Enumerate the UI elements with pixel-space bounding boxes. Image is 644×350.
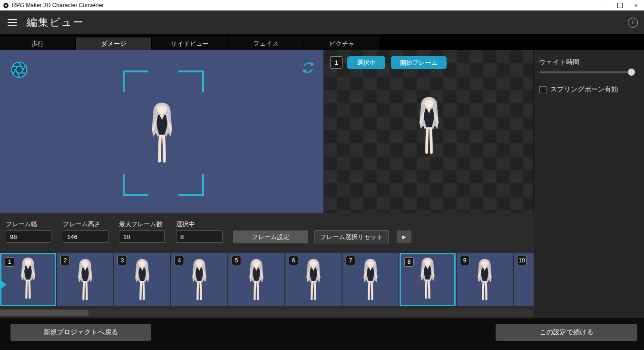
frame-strip-scrollbar[interactable] xyxy=(0,310,534,316)
wait-time-label: ウェイト時間 xyxy=(539,58,579,67)
crop-bracket-top-left xyxy=(123,70,148,92)
selected-label: 選択中 xyxy=(176,220,195,229)
header: 編集ビュー i xyxy=(0,10,644,34)
frame-thumbnail-2[interactable]: 2 xyxy=(57,253,113,306)
settings-sidebar: ウェイト時間 スプリングボーン有効 xyxy=(534,50,644,318)
crop-bracket-bottom-right xyxy=(178,174,204,196)
frame-number-badge: 9 xyxy=(460,256,469,265)
frame-thumbnail-7[interactable]: 7 xyxy=(342,253,399,306)
page-title: 編集ビュー xyxy=(27,15,84,30)
frame-thumbnail-9[interactable]: 9 xyxy=(457,253,513,306)
tab-walk[interactable]: 歩行 xyxy=(0,37,75,50)
spring-bone-label: スプリングボーン有効 xyxy=(550,85,618,94)
spring-bone-row: スプリングボーン有効 xyxy=(539,85,618,94)
window-title: RPG Maker 3D Character Converter xyxy=(12,2,104,9)
frame-thumbnail-1[interactable]: 1 xyxy=(0,253,56,306)
character-sprite xyxy=(410,96,448,160)
app-icon xyxy=(3,2,9,9)
character-sprite xyxy=(299,258,328,305)
spring-bone-checkbox[interactable] xyxy=(539,86,546,93)
play-button[interactable]: ▶ xyxy=(397,230,411,243)
frame-settings-panel: フレーム幅 フレーム高さ 最大フレーム数 選択中 フレーム設定 フレーム選択リセ… xyxy=(0,213,534,318)
tab-bar: 歩行 ダメージ サイドビュー フェイス ピクチャ xyxy=(0,34,644,50)
frame-thumbnail-8[interactable]: 8 xyxy=(400,253,456,306)
model-preview-pane xyxy=(0,50,323,213)
character-sprite xyxy=(185,258,214,305)
tab-picture[interactable]: ピクチャ xyxy=(304,37,380,50)
max-frames-label: 最大フレーム数 xyxy=(119,220,163,229)
character-sprite xyxy=(14,257,42,303)
frame-number-badge: 6 xyxy=(289,256,298,265)
character-sprite xyxy=(356,258,385,305)
footer-bar: 新規プロジェクトへ戻る この設定で続ける xyxy=(0,318,644,350)
window-controls: – × xyxy=(595,0,644,10)
capture-icon[interactable] xyxy=(10,61,28,79)
frame-width-label: フレーム幅 xyxy=(6,220,37,229)
frame-thumbnail-5[interactable]: 5 xyxy=(228,253,284,306)
max-frames-input[interactable] xyxy=(119,230,165,243)
current-frame-marker xyxy=(0,280,6,290)
tab-face[interactable]: フェイス xyxy=(228,37,303,50)
character-sprite xyxy=(413,257,442,303)
frame-thumbnail-4[interactable]: 4 xyxy=(171,253,227,306)
wait-time-slider-knob[interactable] xyxy=(628,69,635,76)
character-sprite xyxy=(527,258,534,305)
frame-number-badge: 2 xyxy=(60,256,70,265)
info-icon[interactable]: i xyxy=(628,18,638,28)
sprite-preview-pane: 1 選択中 開始フレーム xyxy=(323,50,534,213)
continue-button[interactable]: この設定で続ける xyxy=(496,324,637,341)
title-bar: RPG Maker 3D Character Converter – × xyxy=(0,0,644,10)
frame-number-badge: 1 xyxy=(330,56,342,69)
frame-number-badge: 7 xyxy=(346,256,355,265)
tab-damage[interactable]: ダメージ xyxy=(76,37,151,50)
close-button[interactable]: × xyxy=(628,0,644,10)
frame-thumbnail-10[interactable]: 10 xyxy=(514,253,534,306)
frame-number-badge: 5 xyxy=(232,256,241,265)
character-sprite xyxy=(71,258,99,305)
frame-number-badge: 4 xyxy=(175,256,184,265)
frame-number-badge: 8 xyxy=(404,257,414,267)
frame-width-input[interactable] xyxy=(6,230,51,243)
character-sprite xyxy=(242,258,271,305)
tab-sideview[interactable]: サイドビュー xyxy=(152,37,227,50)
maximize-button[interactable] xyxy=(612,0,628,10)
frame-number-badge: 3 xyxy=(117,256,127,265)
frame-strip: 1 2 3 4 5 6 7 8 xyxy=(0,252,534,307)
wait-time-slider[interactable] xyxy=(539,71,634,73)
frame-height-input[interactable] xyxy=(63,230,108,243)
character-sprite xyxy=(128,258,156,305)
character-model xyxy=(139,101,185,169)
frame-thumbnail-3[interactable]: 3 xyxy=(114,253,170,306)
selected-button[interactable]: 選択中 xyxy=(347,56,385,69)
crop-bracket-top-right xyxy=(178,70,204,92)
crop-bracket-bottom-left xyxy=(123,174,148,196)
frame-number-badge: 1 xyxy=(5,257,14,267)
maximize-icon xyxy=(617,3,623,8)
frame-thumbnail-6[interactable]: 6 xyxy=(285,253,342,306)
character-sprite xyxy=(470,258,499,305)
frame-height-label: フレーム高さ xyxy=(63,220,100,229)
rotate-icon[interactable] xyxy=(301,60,315,75)
back-to-project-button[interactable]: 新規プロジェクトへ戻る xyxy=(10,324,151,341)
selected-input[interactable] xyxy=(176,230,223,243)
start-frame-button[interactable]: 開始フレーム xyxy=(391,56,447,69)
frame-number-badge: 10 xyxy=(517,256,527,265)
menu-icon[interactable] xyxy=(8,22,17,23)
minimize-button[interactable]: – xyxy=(595,0,612,10)
app-window: RPG Maker 3D Character Converter – × 編集ビ… xyxy=(0,0,644,350)
frame-set-button[interactable]: フレーム設定 xyxy=(233,230,308,243)
frame-reset-button[interactable]: フレーム選択リセット xyxy=(314,230,389,243)
scrollbar-thumb[interactable] xyxy=(0,310,88,316)
